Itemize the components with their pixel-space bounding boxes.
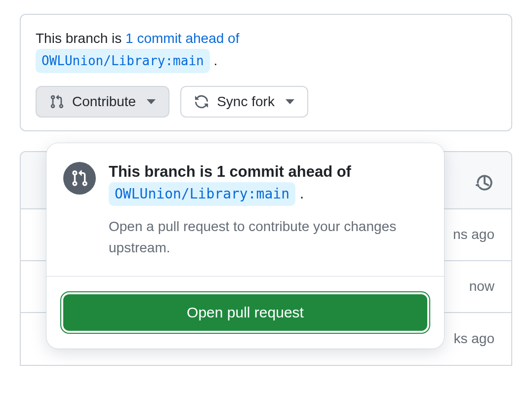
branch-status-prefix: This branch is <box>36 31 122 46</box>
chevron-down-icon <box>286 99 294 104</box>
contribute-popover-body: This branch is 1 commit ahead of OWLUnio… <box>46 143 444 276</box>
history-icon[interactable] <box>475 173 494 193</box>
branch-button-row: Contribute Sync fork <box>36 86 496 118</box>
popover-icon-circle <box>63 162 96 195</box>
popover-title-text: This branch is 1 commit ahead of <box>109 163 351 180</box>
sync-icon <box>194 94 209 109</box>
popover-title-period: . <box>300 185 304 202</box>
file-list-row-time: now <box>469 278 494 294</box>
popover-description: Open a pull request to contribute your c… <box>109 216 426 259</box>
popover-upstream-ref-badge: OWLUnion/Library:main <box>109 182 295 205</box>
branch-compare-link-text: 1 commit ahead of <box>125 31 239 46</box>
open-pull-request-button[interactable]: Open pull request <box>63 294 427 331</box>
pull-request-icon <box>49 94 64 109</box>
contribute-button-label: Contribute <box>72 94 136 110</box>
popover-title: This branch is 1 commit ahead of OWLUnio… <box>109 161 426 206</box>
sync-fork-button-label: Sync fork <box>217 94 275 110</box>
popover-footer: Open pull request <box>46 276 444 349</box>
upstream-ref-badge: OWLUnion/Library:main <box>36 49 210 73</box>
branch-status-box: This branch is 1 commit ahead of OWLUnio… <box>20 14 512 131</box>
file-list-row-time: ks ago <box>454 331 495 347</box>
branch-status-period: . <box>214 53 218 68</box>
contribute-button[interactable]: Contribute <box>36 86 169 118</box>
contribute-popover: This branch is 1 commit ahead of OWLUnio… <box>46 143 444 349</box>
chevron-down-icon <box>147 99 156 104</box>
pull-request-icon <box>71 169 88 187</box>
sync-fork-button[interactable]: Sync fork <box>180 86 308 118</box>
file-list-row-time: ns ago <box>453 227 494 242</box>
contribute-popover-content: This branch is 1 commit ahead of OWLUnio… <box>109 161 426 258</box>
branch-status-text: This branch is 1 commit ahead of OWLUnio… <box>36 28 496 73</box>
